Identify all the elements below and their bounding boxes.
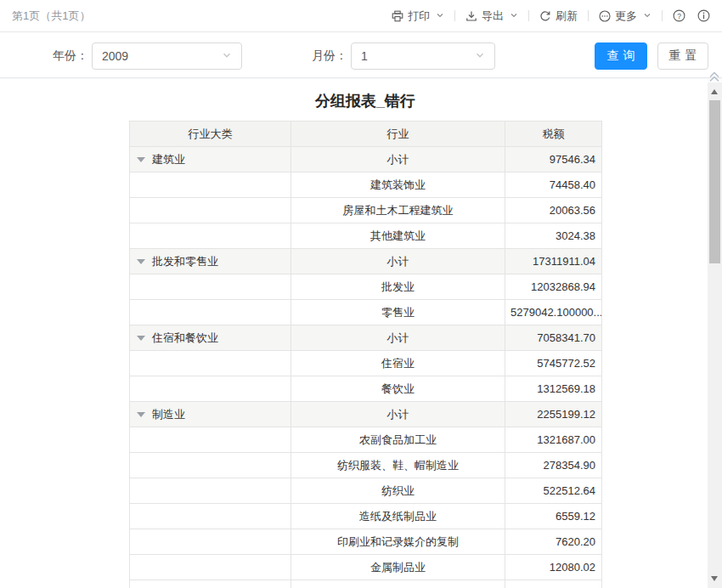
industry-cell xyxy=(291,580,505,588)
group-toggle-triangle-icon[interactable] xyxy=(137,412,145,417)
industry-cell: 建筑装饰业 xyxy=(291,172,505,198)
table-row: 房屋和土木工程建筑业 20063.56 xyxy=(130,198,602,223)
table-row: 建筑业 小计 97546.34 xyxy=(130,147,602,172)
industry-cell: 小计 xyxy=(291,402,505,427)
refresh-button[interactable]: 刷新 xyxy=(539,8,578,24)
industry-cell: 房屋和土木工程建筑业 xyxy=(291,198,505,223)
tax-amount-cell: 6559.12 xyxy=(505,504,602,529)
industry-cell: 零售业 xyxy=(291,300,505,325)
year-select[interactable]: 2009 xyxy=(92,42,242,70)
print-button[interactable]: 打印 xyxy=(392,8,444,24)
year-value: 2009 xyxy=(102,49,222,63)
tax-amount-cell: 97546.34 xyxy=(505,147,602,172)
tax-amount-cell: 5745772.52 xyxy=(505,351,602,376)
printer-icon xyxy=(392,10,403,22)
scroll-thumb[interactable] xyxy=(709,100,720,263)
industry-category-cell xyxy=(130,580,291,588)
tax-amount-cell: 3024.38 xyxy=(505,223,602,249)
collapse-panel-button[interactable] xyxy=(708,70,721,83)
question-circle-icon: ? xyxy=(673,9,685,22)
table-row: 零售业 5279042.100000... xyxy=(130,300,602,325)
industry-category-cell: 制造业 xyxy=(130,402,291,427)
tax-amount-cell: 12032868.94 xyxy=(505,274,602,300)
report-viewer-page: 第1页（共1页） 打印 xyxy=(0,0,722,588)
table-row: 批发业 12032868.94 xyxy=(130,274,602,300)
print-label: 打印 xyxy=(408,8,430,24)
industry-cell: 印刷业和记录媒介的复制 xyxy=(291,529,505,555)
group-toggle-triangle-icon[interactable] xyxy=(137,259,145,264)
industry-category-cell xyxy=(130,427,291,453)
table-row: 建筑装饰业 74458.40 xyxy=(130,172,602,198)
industry-category-cell xyxy=(130,351,291,376)
scroll-up-button[interactable] xyxy=(711,89,718,94)
help-button[interactable]: ? xyxy=(673,9,685,22)
toolbar-separator xyxy=(454,10,455,21)
refresh-icon xyxy=(539,10,551,22)
chevron-down-icon xyxy=(643,9,651,22)
export-button[interactable]: 导出 xyxy=(465,8,518,24)
industry-category-cell xyxy=(130,172,291,198)
industry-category-cell xyxy=(130,274,291,300)
tax-amount-cell: 7058341.70 xyxy=(505,325,602,351)
info-circle-icon xyxy=(697,9,710,22)
tax-amount-cell: 522512.64 xyxy=(505,478,602,504)
column-header-tax-amount: 税额 xyxy=(505,122,602,147)
industry-cell: 小计 xyxy=(291,249,505,274)
industry-cell: 住宿业 xyxy=(291,351,505,376)
tax-amount-cell: 5279042.100000... xyxy=(505,300,602,325)
industry-category-label: 建筑业 xyxy=(152,153,185,166)
chevron-down-icon xyxy=(510,9,518,22)
report-title: 分组报表_错行 xyxy=(129,88,601,114)
month-label: 月份： xyxy=(312,33,347,78)
table-row: 批发和零售业 小计 17311911.04 xyxy=(130,249,602,274)
toolbar-actions: 打印 导出 xyxy=(392,8,710,24)
table-row: 印刷业和记录媒介的复制 7620.20 xyxy=(130,529,602,555)
ellipsis-circle-icon xyxy=(599,10,611,22)
table-row: 餐饮业 1312569.18 xyxy=(130,376,602,402)
toolbar-separator xyxy=(528,10,529,21)
info-button[interactable] xyxy=(697,9,710,22)
table-row: 其他建筑业 3024.38 xyxy=(130,223,602,249)
tax-amount-cell: 1321687.00 xyxy=(505,427,602,453)
industry-category-cell: 批发和零售业 xyxy=(130,249,291,274)
table-row: 住宿业 5745772.52 xyxy=(130,351,602,376)
reset-button[interactable]: 重置 xyxy=(657,42,708,70)
group-toggle-triangle-icon[interactable] xyxy=(137,336,145,341)
group-toggle-triangle-icon[interactable] xyxy=(137,157,145,162)
report-content: 分组报表_错行 行业大类 行业 税额 建筑业 小计 97546.34 建筑装饰业… xyxy=(0,79,708,588)
industry-cell: 农副食品加工业 xyxy=(291,427,505,453)
more-button[interactable]: 更多 xyxy=(599,8,651,24)
tax-amount-cell: 17311911.04 xyxy=(505,249,602,274)
vertical-scrollbar[interactable] xyxy=(708,82,722,588)
report-table: 行业大类 行业 税额 建筑业 小计 97546.34 建筑装饰业 74458.4… xyxy=(129,121,602,588)
industry-category-cell xyxy=(130,453,291,478)
tax-amount-cell: 278354.90 xyxy=(505,453,602,478)
industry-category-cell xyxy=(130,376,291,402)
industry-cell: 批发业 xyxy=(291,274,505,300)
industry-category-cell xyxy=(130,300,291,325)
more-label: 更多 xyxy=(615,8,637,24)
industry-cell: 纺织业 xyxy=(291,478,505,504)
table-row: 住宿和餐饮业 小计 7058341.70 xyxy=(130,325,602,351)
double-chevron-up-icon xyxy=(708,71,721,86)
tax-amount-cell: 20063.56 xyxy=(505,198,602,223)
table-row: 纺织业 522512.64 xyxy=(130,478,602,504)
industry-cell: 金属制品业 xyxy=(291,555,505,580)
scroll-down-button[interactable] xyxy=(711,576,718,581)
industry-category-cell xyxy=(130,478,291,504)
column-header-industry-category: 行业大类 xyxy=(130,122,291,147)
refresh-label: 刷新 xyxy=(556,8,578,24)
chevron-down-icon xyxy=(222,49,232,63)
toolbar-separator xyxy=(662,10,663,21)
industry-category-cell: 住宿和餐饮业 xyxy=(130,325,291,351)
chevron-down-icon xyxy=(436,9,444,22)
industry-category-cell: 建筑业 xyxy=(130,147,291,172)
report-table-body: 建筑业 小计 97546.34 建筑装饰业 74458.40 房屋和土木工程建筑… xyxy=(130,147,602,588)
industry-category-label: 批发和零售业 xyxy=(152,255,218,268)
column-header-industry: 行业 xyxy=(291,122,505,147)
query-button[interactable]: 查询 xyxy=(595,42,647,70)
month-select[interactable]: 1 xyxy=(351,42,495,70)
table-row: 纺织服装、鞋、帽制造业 278354.90 xyxy=(130,453,602,478)
table-row: 制造业 小计 2255199.12 xyxy=(130,402,602,427)
tax-amount-cell: 12080.02 xyxy=(505,555,602,580)
